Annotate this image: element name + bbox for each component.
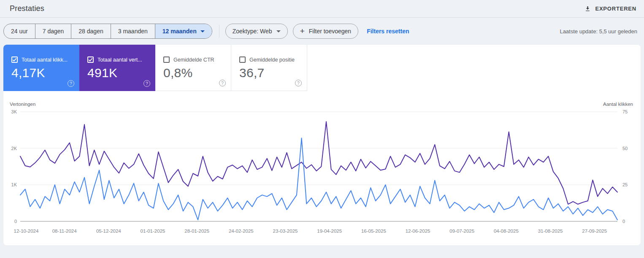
metric-card[interactable]: Totaal aantal vert... 491K ? — [79, 45, 155, 91]
metric-card[interactable]: Totaal aantal klikk... 4,17K ? — [3, 45, 79, 91]
last-update-text: Laatste update: 5,5 uur geleden — [560, 28, 637, 35]
divider — [219, 25, 219, 38]
date-range-28-dagen[interactable]: 28 dagen — [71, 24, 110, 38]
metric-label: Totaal aantal vert... — [97, 57, 142, 63]
x-axis-tick: 23-03-2025 — [273, 228, 298, 234]
metric-value: 36,7 — [239, 66, 301, 80]
series-aantal-klikken — [20, 138, 617, 220]
reset-filters-link[interactable]: Filters resetten — [367, 28, 409, 35]
cards-row-filler — [307, 45, 641, 91]
search-type-label: Zoektype: Web — [233, 28, 272, 35]
metric-label: Totaal aantal klikk... — [22, 57, 68, 63]
help-icon[interactable]: ? — [143, 80, 150, 87]
date-range-3-maanden[interactable]: 3 maanden — [111, 24, 155, 38]
help-icon[interactable]: ? — [68, 80, 74, 87]
right-axis-tick: 0 — [622, 219, 625, 224]
download-icon — [584, 5, 591, 12]
metric-label: Gemiddelde CTR — [173, 57, 214, 63]
x-axis-tick: 08-11-2024 — [52, 228, 77, 234]
x-axis-tick: 28-01-2025 — [184, 228, 209, 234]
metric-value: 491K — [87, 66, 149, 80]
metric-value: 0,8% — [163, 66, 225, 80]
metric-checkbox-unchecked[interactable] — [239, 56, 246, 63]
page-header: Prestaties EXPORTEREN — [0, 0, 644, 18]
left-axis-tick: 2K — [11, 146, 17, 151]
date-range-24-uur[interactable]: 24 uur — [4, 24, 35, 38]
date-range-7-dagen[interactable]: 7 dagen — [35, 24, 71, 38]
filter-bar: 24 uur 7 dagen 28 dagen 3 maanden 12 maa… — [0, 18, 644, 45]
chevron-down-icon — [200, 30, 205, 32]
x-axis-tick: 12-10-2024 — [14, 228, 39, 234]
metric-checkbox-unchecked[interactable] — [163, 56, 170, 63]
x-axis-tick: 19-04-2025 — [317, 228, 342, 234]
metric-label: Gemiddelde positie — [249, 57, 295, 63]
performance-chart: VertoningenAantal klikken3K752K501K25001… — [3, 91, 641, 245]
right-axis-tick: 25 — [622, 182, 628, 187]
x-axis-tick: 12-06-2025 — [406, 228, 430, 234]
metric-cards-row: Totaal aantal klikk... 4,17K ? Totaal aa… — [3, 45, 641, 91]
performance-panel: Totaal aantal klikk... 4,17K ? Totaal aa… — [3, 45, 641, 245]
x-axis-tick: 01-01-2025 — [141, 228, 165, 234]
x-axis-tick: 04-08-2025 — [494, 228, 519, 234]
series-vertoningen — [20, 121, 617, 204]
date-range-12-maanden[interactable]: 12 maanden — [155, 24, 212, 38]
chevron-down-icon — [276, 30, 281, 32]
x-axis-tick: 31-08-2025 — [538, 228, 563, 234]
left-axis-tick: 1K — [11, 182, 17, 187]
left-axis-tick: 0 — [14, 219, 17, 224]
export-button[interactable]: EXPORTEREN — [584, 4, 637, 13]
help-icon[interactable]: ? — [295, 80, 302, 86]
add-filter-label: Filter toevoegen — [309, 28, 351, 35]
right-axis-tick: 50 — [622, 146, 628, 151]
x-axis-tick: 05-12-2024 — [96, 228, 121, 234]
add-filter-button[interactable]: + Filter toevoegen — [293, 24, 359, 39]
line-chart-canvas[interactable]: VertoningenAantal klikken3K752K501K25001… — [3, 91, 641, 245]
date-range-group: 24 uur 7 dagen 28 dagen 3 maanden 12 maa… — [3, 24, 212, 39]
metric-checkbox-checked[interactable] — [87, 56, 94, 63]
metric-card[interactable]: Gemiddelde CTR 0,8% ? — [155, 45, 231, 91]
help-icon[interactable]: ? — [219, 80, 226, 86]
metric-value: 4,17K — [11, 66, 73, 80]
right-axis-title: Aantal klikken — [603, 102, 633, 107]
x-axis-tick: 16-05-2025 — [361, 228, 386, 234]
x-axis-tick: 09-07-2025 — [449, 228, 474, 234]
x-axis-tick: 24-02-2025 — [229, 228, 254, 234]
x-axis-tick: 27-09-2025 — [582, 228, 607, 234]
left-axis-tick: 3K — [11, 109, 17, 114]
plus-icon: + — [300, 27, 305, 35]
page-title: Prestaties — [10, 4, 44, 13]
metric-card[interactable]: Gemiddelde positie 36,7 ? — [231, 45, 307, 91]
export-label: EXPORTEREN — [595, 5, 636, 12]
right-axis-tick: 75 — [622, 109, 628, 114]
metric-checkbox-checked[interactable] — [11, 56, 18, 63]
left-axis-title: Vertoningen — [10, 102, 35, 107]
search-type-dropdown[interactable]: Zoektype: Web — [225, 24, 288, 39]
